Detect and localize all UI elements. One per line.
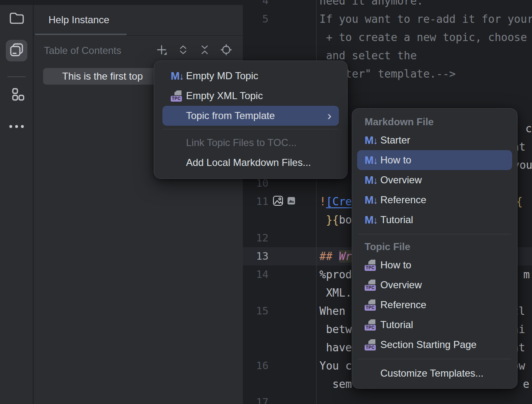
code-text: have — [319, 338, 352, 357]
menu-item-label: Tutorial — [380, 214, 413, 226]
markdown-file-icon: M↓ — [365, 174, 380, 187]
menu-item-label: How to — [380, 154, 411, 166]
menu-item-topic-from-template[interactable]: Topic from Template› — [162, 106, 339, 126]
menu-item-overview[interactable]: M↓Overview — [357, 170, 512, 190]
code-text: You c — [319, 357, 352, 375]
expand-all-icon — [178, 44, 189, 57]
line-number: 17 — [243, 393, 268, 404]
folder-icon — [9, 11, 24, 27]
menu-item-label: Reference — [380, 194, 426, 206]
image-filled-icon[interactable] — [287, 197, 295, 207]
code-run: ## — [319, 250, 339, 263]
structure-icon — [8, 86, 25, 105]
add-topic-button[interactable] — [155, 44, 169, 58]
gutter-image-icons[interactable] — [273, 192, 295, 211]
code-run — [319, 214, 326, 226]
menu-item-label: Topic from Template — [186, 110, 275, 122]
topic-file-icon: TPC — [365, 339, 380, 350]
menu-item-label: Empty XML Topic — [186, 90, 263, 102]
menu-item-label: Reference — [380, 299, 426, 311]
code-text: XML. — [319, 284, 352, 302]
menu-separator — [162, 129, 339, 129]
add-icon — [156, 44, 167, 57]
topic-file-icon: TPC — [365, 299, 380, 311]
menu-item-label: How to — [380, 259, 411, 271]
code-run: Wr — [339, 250, 352, 263]
code-text-fragment: e — [523, 375, 530, 393]
menu-item-tutorial[interactable]: M↓Tutorial — [357, 210, 512, 230]
instances-icon — [8, 41, 25, 60]
toc-header-label: Table of Contents — [44, 43, 121, 58]
topic-file-icon: TPC — [365, 280, 380, 291]
menu-item-label: Overview — [380, 174, 422, 186]
menu-group-header-topic-file: Topic File — [352, 239, 517, 255]
writerside-instances-button[interactable] — [6, 40, 27, 61]
code-run: You c — [319, 360, 352, 372]
code-run: When — [319, 305, 346, 317]
menu-separator — [358, 234, 511, 234]
menu-item-label: Overview — [380, 279, 422, 291]
line-number: 14 — [243, 265, 268, 284]
line-number: 5 — [243, 10, 268, 28]
code-text: sem — [319, 375, 352, 393]
tool-window-bar — [0, 5, 33, 404]
menu-item-add-local-markdown-files[interactable]: Add Local Markdown Files... — [162, 153, 339, 173]
menu-item-reference[interactable]: TPCReference — [357, 295, 512, 315]
menu-item-how-to[interactable]: TPCHow to — [357, 255, 512, 275]
code-text-fragment: m — [523, 265, 530, 284]
code-run: have — [319, 341, 352, 354]
menu-item-label: Section Starting Page — [380, 339, 476, 350]
line-number: 15 — [243, 302, 268, 320]
code-text: + to create a new topic, choose t — [319, 28, 532, 46]
editor-line[interactable]: + to create a new topic, choose t — [243, 28, 532, 46]
expand-all-button[interactable] — [176, 44, 190, 58]
markdown-file-icon: M↓ — [365, 154, 380, 167]
menu-item-empty-xml-topic[interactable]: TPCEmpty XML Topic — [162, 86, 339, 106]
line-number: 4 — [243, 0, 268, 10]
menu-item-how-to[interactable]: M↓How to — [357, 150, 512, 170]
topic-file-icon: TPC — [365, 319, 380, 331]
code-run: %prod — [319, 268, 352, 281]
editor-line-4[interactable]: 4need it anymore. — [243, 0, 532, 10]
code-run: e — [523, 378, 530, 390]
menu-item-link-topic-files-to-toc: Link Topic Files to TOC... — [162, 133, 339, 153]
code-text: ![Cre — [319, 192, 352, 211]
code-run: m — [523, 268, 530, 281]
code-run: bo — [339, 214, 352, 226]
markdown-file-icon: M↓ — [365, 134, 380, 147]
menu-item-starter[interactable]: M↓Starter — [357, 130, 512, 150]
menu-item-empty-md-topic[interactable]: M↓Empty MD Topic — [162, 66, 339, 86]
menu-item-label: Add Local Markdown Files... — [186, 157, 311, 168]
menu-item-label: Link Topic Files to TOC... — [186, 137, 297, 148]
menu-item-reference[interactable]: M↓Reference — [357, 190, 512, 210]
menu-separator — [358, 359, 511, 359]
line-number: 11 — [243, 192, 268, 211]
markdown-file-icon: M↓ — [365, 214, 380, 226]
menu-item-customize-templates[interactable]: Customize Templates... — [357, 363, 512, 383]
context-menu: M↓Empty MD TopicTPCEmpty XML TopicTopic … — [154, 61, 348, 179]
menu-item-label: Starter — [380, 134, 410, 146]
code-text-fragment: c — [525, 119, 532, 138]
code-text: %prod — [319, 265, 352, 284]
more-tool-windows-button[interactable] — [6, 116, 27, 138]
locate-button[interactable] — [219, 44, 233, 58]
structure-button[interactable] — [6, 85, 27, 106]
project-folder-button[interactable] — [6, 8, 27, 30]
editor-line-5[interactable]: 5If you want to re-add it for your — [243, 10, 532, 28]
panel-separator — [34, 35, 243, 36]
line-number: 16 — [243, 357, 268, 375]
menu-item-section-starting-page[interactable]: TPCSection Starting Page — [357, 335, 512, 355]
collapse-all-button[interactable] — [198, 44, 212, 58]
code-run: + to create a new topic, choose t — [319, 31, 532, 44]
code-text: need it anymore. — [319, 0, 423, 10]
tool-window-title: Help Instance — [48, 12, 109, 27]
editor-line-17[interactable]: 17 — [243, 393, 532, 404]
image-outline-icon[interactable] — [273, 195, 283, 208]
menu-item-tutorial[interactable]: TPCTutorial — [357, 315, 512, 335]
submenu-arrow-icon: › — [327, 110, 333, 122]
menu-item-overview[interactable]: TPCOverview — [357, 275, 512, 295]
code-run: need it anymore. — [319, 0, 423, 7]
ide-window: 4need it anymore.5If you want to re-add … — [0, 0, 532, 404]
topic-file-icon: TPC — [365, 260, 380, 271]
template-submenu: Markdown FileM↓StarterM↓How toM↓Overview… — [352, 108, 517, 389]
